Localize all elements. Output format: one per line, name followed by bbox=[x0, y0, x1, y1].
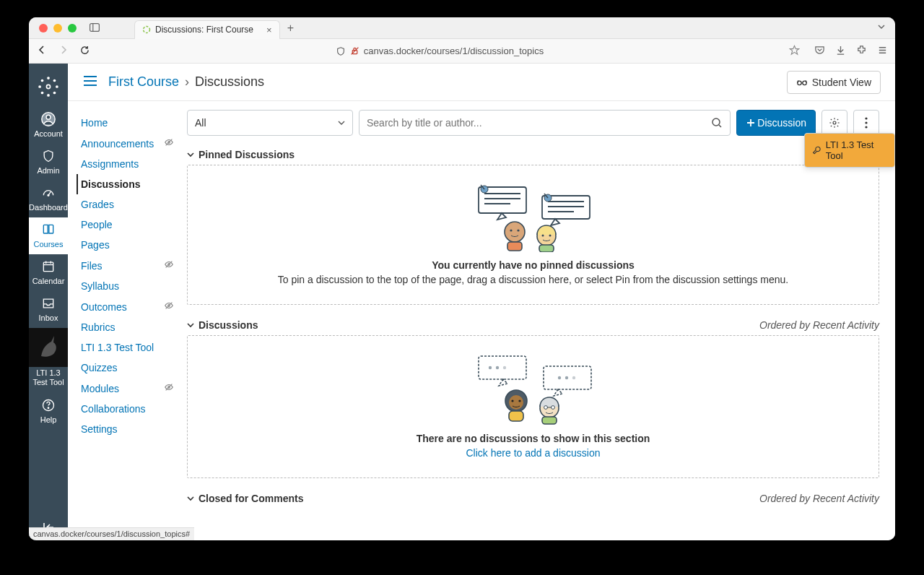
add-discussion-link[interactable]: Click here to add a discussion bbox=[466, 447, 601, 459]
menu-collaborations[interactable]: Collaborations bbox=[81, 399, 174, 419]
search-field[interactable] bbox=[359, 110, 731, 136]
menu-files[interactable]: Files bbox=[81, 255, 174, 276]
nav-calendar[interactable]: Calendar bbox=[29, 254, 68, 291]
svg-point-89 bbox=[551, 406, 554, 410]
download-icon[interactable] bbox=[835, 45, 846, 58]
collapse-caret-icon[interactable] bbox=[187, 319, 194, 331]
svg-point-45 bbox=[712, 118, 720, 126]
course-menu-toggle-icon[interactable] bbox=[82, 74, 98, 90]
svg-point-49 bbox=[833, 121, 836, 124]
svg-point-79 bbox=[565, 376, 567, 379]
student-view-button[interactable]: Student View bbox=[787, 71, 881, 94]
svg-rect-83 bbox=[509, 411, 523, 421]
new-tab-icon[interactable]: + bbox=[287, 22, 294, 35]
status-url: canvas.docker/courses/1/discussion_topic… bbox=[33, 529, 190, 538]
nav-help[interactable]: Help bbox=[29, 393, 68, 430]
nav-lti-tool-label: LTI 1.3 Test Tool bbox=[29, 368, 68, 387]
menu-assignments[interactable]: Assignments bbox=[81, 154, 174, 174]
chevron-down-icon[interactable] bbox=[876, 22, 886, 35]
back-icon[interactable] bbox=[36, 44, 48, 58]
app-menu-icon[interactable] bbox=[877, 45, 888, 58]
menu-item-lti-tool[interactable]: LTI 1.3 Test Tool bbox=[805, 134, 894, 167]
svg-point-75 bbox=[495, 366, 498, 369]
menu-modules[interactable]: Modules bbox=[81, 378, 174, 399]
canvas-logo-icon[interactable] bbox=[35, 74, 61, 100]
nav-account[interactable]: Account bbox=[29, 107, 68, 144]
user-icon bbox=[40, 111, 57, 127]
filter-select[interactable]: All bbox=[187, 110, 353, 136]
bookmark-star-icon[interactable] bbox=[789, 45, 800, 58]
menu-discussions[interactable]: Discussions bbox=[77, 174, 174, 194]
svg-rect-87 bbox=[542, 417, 557, 424]
url-field[interactable]: canvas.docker/courses/1/discussion_topic… bbox=[336, 46, 544, 56]
pocket-icon[interactable] bbox=[814, 45, 825, 58]
discussions-dropzone[interactable]: There are no discussions to show in this… bbox=[187, 335, 879, 478]
global-nav: Account Admin Dashboard Courses Calendar… bbox=[29, 64, 68, 540]
svg-point-50 bbox=[865, 117, 867, 119]
close-window-icon[interactable] bbox=[39, 24, 48, 33]
nav-courses-label: Courses bbox=[34, 240, 64, 248]
page: First Course › Discussions Student View … bbox=[68, 64, 895, 540]
student-view-label: Student View bbox=[812, 77, 871, 88]
address-bar: canvas.docker/courses/1/discussion_topic… bbox=[29, 39, 895, 64]
plus-icon bbox=[746, 118, 756, 128]
nav-dashboard[interactable]: Dashboard bbox=[29, 181, 68, 217]
forward-icon bbox=[58, 44, 69, 58]
nav-courses[interactable]: Courses bbox=[29, 217, 68, 254]
settings-button[interactable] bbox=[821, 110, 847, 136]
maximize-window-icon[interactable] bbox=[68, 24, 77, 33]
menu-settings[interactable]: Settings bbox=[81, 419, 174, 439]
shield-admin-icon bbox=[40, 148, 57, 164]
menu-rubrics[interactable]: Rubrics bbox=[81, 317, 174, 337]
add-discussion-button[interactable]: Discussion bbox=[736, 110, 816, 136]
collapse-caret-icon[interactable] bbox=[187, 149, 194, 160]
nav-lti-tool[interactable]: LTI 1.3 Test Tool bbox=[29, 367, 68, 393]
collapse-caret-icon[interactable] bbox=[187, 493, 194, 504]
nav-admin[interactable]: Admin bbox=[29, 144, 68, 181]
reload-icon[interactable] bbox=[79, 45, 90, 58]
nav-inbox[interactable]: Inbox bbox=[29, 291, 68, 328]
nav-lti-tool-logo[interactable] bbox=[29, 328, 68, 367]
tab-close-icon[interactable]: × bbox=[266, 25, 272, 35]
sidebar-toggle-icon[interactable] bbox=[90, 22, 100, 35]
svg-point-29 bbox=[48, 407, 49, 409]
svg-marker-5 bbox=[790, 46, 798, 54]
menu-home[interactable]: Home bbox=[81, 113, 174, 133]
pinned-empty-title: You currently have no pinned discussions bbox=[202, 259, 864, 271]
toolbar: All Discussion bbox=[187, 110, 879, 136]
svg-line-46 bbox=[719, 125, 721, 127]
section-pinned-title: Pinned Discussions bbox=[199, 149, 295, 160]
kebab-icon bbox=[865, 117, 868, 129]
svg-point-88 bbox=[544, 406, 547, 410]
app-body: Account Admin Dashboard Courses Calendar… bbox=[29, 64, 895, 540]
status-bar: canvas.docker/courses/1/discussion_topic… bbox=[29, 527, 194, 540]
menu-pages[interactable]: Pages bbox=[81, 235, 174, 255]
browser-tab[interactable]: Discussions: First Course × bbox=[134, 20, 280, 39]
menu-lti-tool[interactable]: LTI 1.3 Test Tool bbox=[81, 337, 174, 358]
minimize-window-icon[interactable] bbox=[53, 24, 62, 33]
tab-title: Discussions: First Course bbox=[155, 25, 253, 35]
help-icon bbox=[40, 397, 57, 413]
menu-grades[interactable]: Grades bbox=[81, 194, 174, 215]
menu-item-lti-tool-label: LTI 1.3 Test Tool bbox=[826, 139, 887, 161]
menu-syllabus[interactable]: Syllabus bbox=[81, 276, 174, 296]
browser-window: Discussions: First Course × + canvas.doc… bbox=[29, 17, 895, 540]
more-options-button[interactable] bbox=[853, 110, 879, 136]
menu-people[interactable]: People bbox=[81, 215, 174, 235]
more-options-menu: LTI 1.3 Test Tool bbox=[804, 133, 895, 168]
section-head-discussions: Discussions Ordered by Recent Activity bbox=[187, 319, 879, 331]
pinned-dropzone[interactable]: You currently have no pinned discussions… bbox=[187, 165, 879, 305]
hidden-icon bbox=[164, 259, 174, 272]
section-head-pinned: Pinned Discussions bbox=[187, 149, 879, 160]
menu-quizzes[interactable]: Quizzes bbox=[81, 358, 174, 378]
breadcrumb-bar: First Course › Discussions Student View bbox=[68, 64, 895, 101]
breadcrumb-course[interactable]: First Course bbox=[108, 74, 179, 90]
menu-outcomes[interactable]: Outcomes bbox=[81, 296, 174, 317]
course-menu: Home Announcements Assignments Discussio… bbox=[68, 101, 180, 540]
search-input[interactable] bbox=[367, 117, 705, 129]
menu-announcements[interactable]: Announcements bbox=[81, 133, 174, 154]
svg-point-51 bbox=[865, 121, 867, 124]
pinned-empty-sub: To pin a discussion to the top of the pa… bbox=[202, 274, 864, 285]
extensions-icon[interactable] bbox=[856, 45, 867, 58]
nav-dashboard-label: Dashboard bbox=[29, 203, 68, 212]
